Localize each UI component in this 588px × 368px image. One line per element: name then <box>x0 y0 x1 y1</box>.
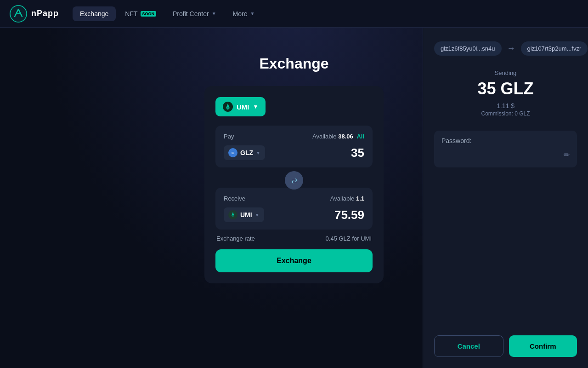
sending-usd: 1.11 $ <box>434 102 577 109</box>
sending-commission: Commission: 0 GLZ <box>434 110 577 117</box>
pay-coin-chevron: ▼ <box>256 150 260 155</box>
cancel-button[interactable]: Cancel <box>434 335 503 357</box>
address-arrow-icon: → <box>507 44 515 53</box>
swap-icon: ⇄ <box>291 176 297 185</box>
navbar: nPapp Exchange NFT SOON Profit Center ▼ … <box>0 0 588 28</box>
exchange-card: UMI ▼ Pay Available 38.06 All G GLZ <box>204 86 384 283</box>
rate-label: Exchange rate <box>216 235 255 242</box>
nft-soon-badge: SOON <box>141 11 157 17</box>
pay-amount: 35 <box>351 146 364 160</box>
receive-coin-selector[interactable]: UMI ▼ <box>224 207 264 222</box>
password-input[interactable] <box>441 148 560 161</box>
receive-section: Receive Available 1.1 U <box>215 188 373 230</box>
logo[interactable]: nPapp <box>9 5 59 23</box>
rate-value: 0.45 GLZ for UMI <box>326 235 372 242</box>
sending-info: Sending 35 GLZ 1.11 $ Commission: 0 GLZ <box>434 65 577 121</box>
confirm-button[interactable]: Confirm <box>509 335 577 357</box>
receive-amount: 75.59 <box>334 208 364 222</box>
password-input-wrapper: ✏ <box>441 148 570 161</box>
eye-icon[interactable]: ✏ <box>564 150 570 159</box>
umi-icon <box>228 210 237 219</box>
address-row: glz1z6f85yu0l...sn4u → glz107rt3p2um...f… <box>434 41 577 56</box>
profit-center-chevron: ▼ <box>212 11 216 16</box>
receive-coin-chevron: ▼ <box>255 213 260 218</box>
more-chevron: ▼ <box>250 11 254 16</box>
receive-label: Receive <box>224 195 245 202</box>
password-container: Password: ✏ <box>434 131 577 167</box>
exchange-container: Exchange UMI ▼ Pay Available 38.06 <box>198 55 390 283</box>
sending-amount: 35 GLZ <box>434 79 577 98</box>
logo-text: nPapp <box>31 9 59 18</box>
password-label: Password: <box>441 137 471 144</box>
pay-label: Pay <box>224 133 234 140</box>
pay-coin-selector[interactable]: G GLZ ▼ <box>224 145 265 160</box>
exchange-button[interactable]: Exchange <box>215 249 373 272</box>
receive-available: Available 1.1 <box>330 195 364 202</box>
pay-body: G GLZ ▼ 35 <box>224 145 364 160</box>
token-selector-chevron: ▼ <box>253 104 259 110</box>
sending-label: Sending <box>434 69 577 76</box>
nav-items: Exchange NFT SOON Profit Center ▼ More ▼ <box>73 6 262 21</box>
token-selector-button[interactable]: UMI ▼ <box>215 97 266 116</box>
nav-exchange[interactable]: Exchange <box>73 6 116 21</box>
confirm-panel: glz1z6f85yu0l...sn4u → glz107rt3p2um...f… <box>423 28 588 368</box>
swap-button-container: ⇄ <box>215 171 373 190</box>
pay-all-button[interactable]: All <box>356 133 364 140</box>
nav-nft[interactable]: NFT SOON <box>118 6 164 21</box>
swap-button[interactable]: ⇄ <box>285 171 303 190</box>
from-address: glz1z6f85yu0l...sn4u <box>434 41 502 56</box>
receive-available-value: 1.1 <box>356 195 364 202</box>
main-content: Exchange UMI ▼ Pay Available 38.06 <box>0 28 588 368</box>
receive-header: Receive Available 1.1 <box>224 195 364 202</box>
glz-icon: G <box>228 148 237 157</box>
pay-available: Available 38.06 All <box>312 133 364 140</box>
to-address: glz107rt3p2um...fvzr <box>521 41 588 56</box>
pay-header: Pay Available 38.06 All <box>224 133 364 140</box>
receive-body: UMI ▼ 75.59 <box>224 207 364 222</box>
pay-section: Pay Available 38.06 All G GLZ ▼ 35 <box>215 126 373 167</box>
nav-more[interactable]: More ▼ <box>226 6 262 21</box>
pay-available-value: 38.06 <box>338 133 353 140</box>
nav-profit-center[interactable]: Profit Center ▼ <box>165 6 224 21</box>
exchange-rate: Exchange rate 0.45 GLZ for UMI <box>215 235 373 242</box>
page-title: Exchange <box>259 55 328 72</box>
action-buttons: Cancel Confirm <box>434 335 577 357</box>
